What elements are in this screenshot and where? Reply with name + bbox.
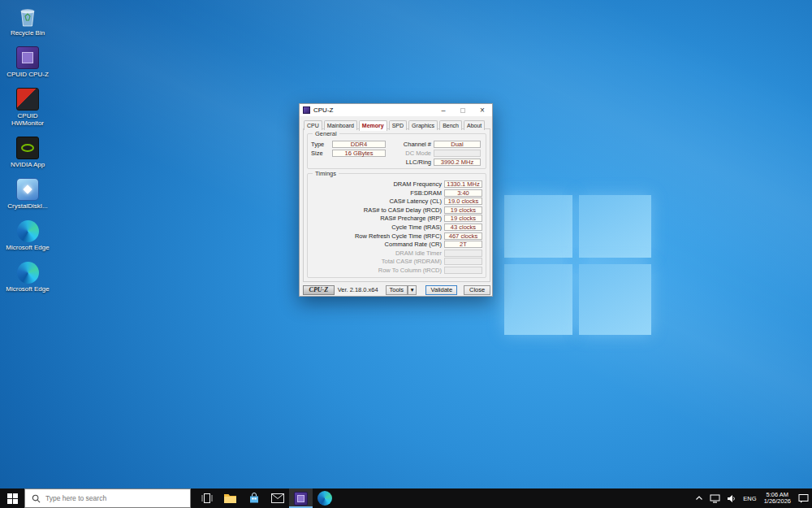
crystaldiskinfo-icon bbox=[16, 178, 39, 201]
memory-type-row: Type DDR4 bbox=[311, 141, 394, 148]
tools-dropdown-button[interactable]: ▾ bbox=[408, 285, 417, 295]
minimize-button[interactable]: – bbox=[434, 104, 453, 116]
general-left-column: Type DDR4 Size 16 GBytes bbox=[311, 141, 394, 157]
taskbar-edge-button[interactable] bbox=[313, 488, 336, 508]
desktop-icon-crystaldiskinfo[interactable]: CrystalDiskI... bbox=[1, 178, 54, 210]
field-label: RAS# Precharge (tRP) bbox=[380, 215, 442, 222]
timing-value bbox=[444, 258, 482, 265]
desktop-icon-edge-1[interactable]: Microsoft Edge bbox=[1, 219, 54, 251]
tab-about[interactable]: About bbox=[464, 120, 485, 130]
desktop-icon-label: CPUID CPU-Z bbox=[6, 71, 49, 78]
memory-size-value: 16 GBytes bbox=[332, 150, 386, 157]
memory-size-row: Size 16 GBytes bbox=[311, 150, 394, 157]
timing-value bbox=[444, 267, 482, 274]
file-explorer-icon bbox=[223, 493, 237, 504]
network-status[interactable] bbox=[706, 488, 723, 508]
windows-wallpaper-logo bbox=[504, 195, 651, 335]
action-center-button[interactable] bbox=[795, 488, 812, 508]
desktop-icon-recycle-bin[interactable]: Recycle Bin bbox=[1, 5, 54, 37]
task-view-button[interactable] bbox=[195, 488, 218, 508]
network-icon bbox=[710, 494, 720, 503]
search-icon bbox=[32, 494, 41, 503]
notification-icon bbox=[798, 493, 809, 503]
field-label: CAS# Latency (CL) bbox=[389, 198, 442, 205]
tools-button[interactable]: Tools bbox=[386, 285, 408, 295]
start-button[interactable] bbox=[0, 488, 24, 508]
title-bar[interactable]: CPU-Z – × bbox=[300, 104, 492, 116]
general-group: General Type DDR4 Size 16 GBytes Channel… bbox=[307, 133, 486, 169]
tab-spd[interactable]: SPD bbox=[389, 120, 407, 130]
windows-logo-pane bbox=[504, 195, 572, 258]
speaker-icon bbox=[727, 494, 736, 503]
edge-swirl-icon bbox=[17, 262, 39, 284]
edge-icon bbox=[16, 261, 39, 284]
timing-row: Row To Column (tRCD) bbox=[311, 267, 482, 274]
timing-row: DRAM Frequency 1330.1 MHz bbox=[311, 180, 482, 188]
cpu-chip-icon bbox=[297, 495, 304, 502]
cpu-chip-icon bbox=[22, 52, 33, 63]
microsoft-store-icon bbox=[248, 493, 260, 504]
tray-expand-button[interactable] bbox=[692, 488, 706, 508]
tab-cpu[interactable]: CPU bbox=[304, 120, 322, 130]
field-label: LLC/Ring bbox=[395, 158, 431, 166]
group-label: General bbox=[313, 130, 339, 137]
file-explorer-button[interactable] bbox=[218, 488, 242, 508]
channel-value: Dual bbox=[434, 141, 481, 148]
taskbar: ENG 5:06 AM 1/26/2026 bbox=[0, 488, 812, 508]
tab-mainboard[interactable]: Mainboard bbox=[324, 120, 357, 130]
search-input[interactable] bbox=[45, 494, 175, 502]
field-label: Type bbox=[311, 141, 332, 148]
close-button[interactable]: × bbox=[473, 104, 492, 116]
validate-button[interactable]: Validate bbox=[425, 285, 457, 295]
tab-graphics[interactable]: Graphics bbox=[408, 120, 438, 130]
nvidia-icon bbox=[16, 137, 39, 159]
memory-tab-panel: General Type DDR4 Size 16 GBytes Channel… bbox=[303, 128, 490, 282]
timing-row: Cycle Time (tRAS) 43 clocks bbox=[311, 224, 482, 231]
close-window-button[interactable]: Close bbox=[464, 285, 490, 295]
timing-value: 467 clocks bbox=[444, 232, 482, 240]
caption-buttons: – × bbox=[434, 104, 492, 116]
windows-logo-pane bbox=[579, 264, 651, 335]
windows-logo-pane bbox=[579, 195, 651, 258]
general-right-column: Channel # Dual DC Mode LLC/Ring 3990.2 M… bbox=[395, 141, 483, 166]
timings-group: Timings DRAM Frequency 1330.1 MHz FSB:DR… bbox=[307, 173, 486, 278]
desktop-icon-cpuz[interactable]: CPUID CPU-Z bbox=[1, 46, 54, 78]
windows-logo-pane bbox=[504, 264, 572, 335]
clock[interactable]: 5:06 AM 1/26/2026 bbox=[760, 488, 795, 508]
sparkle-icon bbox=[23, 185, 32, 193]
timing-row: FSB:DRAM 3:40 bbox=[311, 189, 482, 197]
desktop-icon-label: Recycle Bin bbox=[11, 29, 45, 37]
task-view-icon bbox=[201, 493, 214, 504]
desktop-icon-edge-2[interactable]: Microsoft Edge bbox=[1, 261, 54, 293]
taskbar-cpuz-button[interactable] bbox=[289, 488, 313, 508]
desktop-icon-nvidia[interactable]: NVIDIA App bbox=[1, 137, 54, 168]
cpuz-window: CPU-Z – × CPU Mainboard Memory SPD Graph… bbox=[299, 103, 493, 297]
mail-button[interactable] bbox=[266, 488, 289, 508]
llc-ring-value: 3990.2 MHz bbox=[434, 158, 481, 166]
memory-type-value: DDR4 bbox=[332, 141, 386, 148]
volume-status[interactable] bbox=[723, 488, 740, 508]
field-label: DC Mode bbox=[395, 150, 431, 157]
tab-bench[interactable]: Bench bbox=[439, 120, 462, 130]
taskbar-search[interactable] bbox=[24, 488, 191, 508]
timing-row: CAS# Latency (CL) 19.0 clocks bbox=[311, 198, 482, 205]
cpuz-logo: CPU-Z bbox=[303, 285, 335, 295]
mail-icon bbox=[271, 493, 284, 503]
desktop-icon-list: Recycle Bin CPUID CPU-Z CPUID HWMonitor … bbox=[1, 5, 54, 293]
field-label: Cycle Time (tRAS) bbox=[391, 224, 442, 231]
system-tray: ENG 5:06 AM 1/26/2026 bbox=[692, 488, 812, 508]
clock-date: 1/26/2026 bbox=[764, 498, 791, 506]
maximize-button[interactable] bbox=[453, 104, 473, 116]
field-label: Total CAS# (tRDRAM) bbox=[382, 258, 442, 265]
timing-row: Command Rate (CR) 2T bbox=[311, 241, 482, 248]
desktop-icon-hwmonitor[interactable]: CPUID HWMonitor bbox=[1, 88, 54, 127]
maximize-icon bbox=[460, 108, 465, 113]
edge-icon bbox=[16, 219, 39, 242]
channel-row: Channel # Dual bbox=[395, 141, 483, 148]
language-indicator[interactable]: ENG bbox=[740, 488, 759, 508]
microsoft-store-button[interactable] bbox=[242, 488, 266, 508]
field-label: FSB:DRAM bbox=[410, 189, 442, 197]
windows-start-icon bbox=[7, 493, 18, 504]
field-label: Channel # bbox=[395, 141, 431, 148]
tab-memory[interactable]: Memory bbox=[359, 120, 387, 131]
